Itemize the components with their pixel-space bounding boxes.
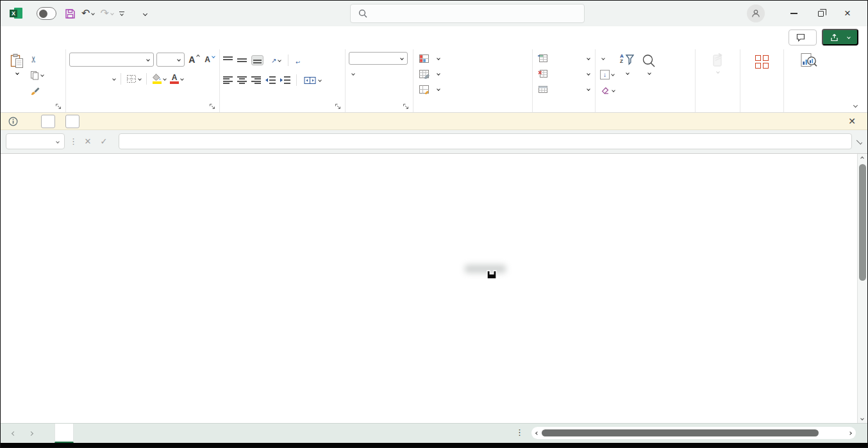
paste-icon [9, 53, 25, 69]
minimize-button[interactable] [780, 1, 807, 26]
dismiss-warning-close-icon[interactable]: ✕ [844, 116, 860, 126]
group-font: A A [66, 49, 220, 112]
document-title[interactable] [139, 12, 147, 15]
addins-icon [755, 55, 769, 69]
analyze-data-button[interactable] [796, 50, 821, 100]
wrap-text-button[interactable]: ↩ [294, 53, 301, 67]
align-top-button[interactable] [223, 56, 233, 64]
close-button[interactable]: × [834, 1, 861, 26]
format-painter-icon [30, 87, 40, 96]
alignment-group-footer [223, 100, 342, 112]
delete-cells-button[interactable] [536, 66, 592, 81]
save-icon[interactable] [65, 8, 76, 19]
redo-button[interactable]: ↷ [100, 8, 113, 19]
chevron-down-icon [400, 56, 404, 60]
confirm-entry-icon[interactable]: ✓ [98, 137, 110, 146]
chevron-down-icon [647, 71, 651, 75]
font-dialog-launcher[interactable] [209, 103, 215, 110]
merge-center-button[interactable] [303, 73, 322, 87]
scroll-right-icon[interactable] [848, 431, 852, 435]
sort-filter-icon: AZ [620, 53, 634, 69]
increase-indent-button[interactable] [280, 76, 290, 84]
format-as-table-button[interactable] [417, 66, 529, 81]
align-middle-button[interactable] [237, 56, 247, 64]
scroll-down-icon[interactable] [860, 417, 864, 420]
decrease-indent-button[interactable] [265, 76, 276, 84]
underline-button[interactable] [99, 72, 117, 86]
copy-button[interactable] [29, 68, 45, 82]
ribbon: ✂ A [1, 48, 867, 113]
shrink-font-button[interactable]: A [203, 53, 216, 67]
sort-filter-button[interactable]: AZ [616, 50, 638, 100]
font-name-select[interactable] [69, 53, 154, 67]
sheet-navigation [6, 432, 39, 435]
dont-show-again-button[interactable] [41, 115, 55, 128]
alignment-dialog-launcher[interactable] [335, 103, 341, 110]
close-icon: × [844, 7, 851, 20]
insert-cells-button[interactable] [536, 51, 592, 66]
find-select-button[interactable] [638, 50, 660, 100]
addins-button[interactable] [751, 50, 772, 100]
borders-button[interactable] [125, 72, 142, 86]
fill-color-icon [152, 74, 162, 84]
font-size-select[interactable] [156, 53, 185, 67]
align-right-button[interactable] [251, 76, 261, 84]
formula-input[interactable] [119, 133, 852, 149]
clipboard-dialog-launcher[interactable] [55, 103, 62, 110]
comments-button[interactable] [789, 29, 817, 46]
scroll-up-icon[interactable] [860, 156, 864, 160]
bold-button[interactable] [69, 72, 83, 86]
format-painter-button[interactable] [29, 84, 45, 98]
format-cells-button[interactable] [536, 81, 592, 97]
restore-button[interactable] [807, 1, 834, 26]
vertical-scrollbar[interactable] [857, 154, 867, 423]
align-left-button[interactable] [223, 76, 233, 84]
align-center-button[interactable] [237, 76, 247, 84]
quick-access-overflow-button[interactable] [119, 12, 124, 16]
percent-style-button[interactable] [360, 68, 362, 79]
number-format-select[interactable] [349, 52, 408, 65]
redo-icon: ↷ [100, 8, 108, 19]
autosum-button[interactable] [599, 51, 616, 65]
clear-button[interactable] [599, 83, 616, 97]
scroll-left-icon[interactable] [535, 431, 539, 435]
delete-cells-icon [538, 69, 548, 78]
collapse-ribbon-button[interactable] [853, 103, 858, 108]
comma-style-button[interactable] [366, 68, 369, 79]
fill-color-button[interactable] [151, 72, 167, 86]
italic-button[interactable] [84, 72, 97, 86]
sheet-tab-active[interactable] [54, 424, 74, 443]
orientation-button[interactable]: ↗ [268, 53, 282, 67]
accounting-format-button[interactable] [349, 68, 356, 79]
number-dialog-launcher[interactable] [403, 103, 409, 110]
fill-button[interactable]: ↓ [599, 67, 616, 81]
cell-styles-button[interactable] [417, 81, 529, 97]
grow-font-button[interactable]: A [187, 53, 201, 67]
paste-button[interactable] [5, 50, 29, 100]
font-color-button[interactable]: A [169, 72, 185, 86]
previous-sheet-icon[interactable] [12, 431, 16, 435]
next-sheet-icon[interactable] [29, 431, 33, 435]
scrollbar-grip-icon[interactable]: ⋮ [515, 427, 524, 437]
fill-down-icon: ↓ [600, 70, 610, 79]
align-bottom-button[interactable] [251, 55, 263, 65]
conditional-formatting-button[interactable] [417, 51, 529, 66]
horizontal-scrollbar-thumb[interactable] [542, 429, 819, 436]
sensitivity-button [707, 50, 729, 100]
cancel-entry-icon[interactable]: ✕ [82, 137, 94, 146]
name-box[interactable] [6, 133, 65, 149]
autosave-toggle[interactable] [37, 7, 56, 20]
save-as-button[interactable] [65, 115, 79, 128]
horizontal-scrollbar[interactable] [531, 427, 856, 439]
group-sensitivity [696, 49, 740, 112]
vertical-scrollbar-thumb[interactable] [859, 164, 866, 281]
expand-formula-bar-button[interactable] [856, 138, 862, 144]
excel-logo-icon: X [10, 7, 22, 20]
cell-styles-icon [419, 85, 430, 94]
undo-button[interactable]: ↶ [81, 8, 94, 19]
share-button[interactable] [822, 29, 858, 46]
chevron-down-icon [40, 73, 44, 77]
avatar[interactable] [747, 4, 765, 22]
cut-button[interactable]: ✂ [29, 52, 45, 66]
search-input[interactable] [350, 4, 585, 23]
